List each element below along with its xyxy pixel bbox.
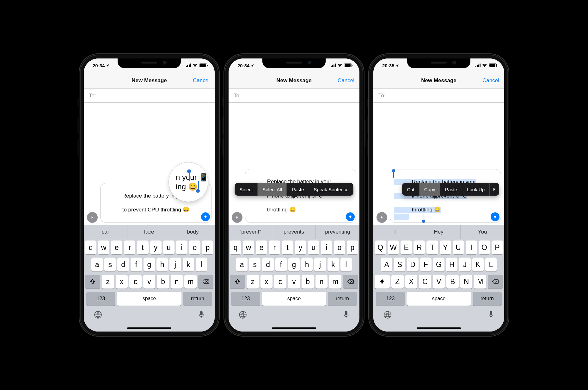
message-body[interactable]: Select Select All Paste Speak Sentence R… bbox=[229, 103, 359, 225]
key-q[interactable]: q bbox=[85, 241, 96, 254]
menu-paste[interactable]: Paste bbox=[440, 183, 462, 196]
key-d[interactable]: D bbox=[407, 258, 418, 271]
key-z[interactable]: z bbox=[247, 275, 259, 289]
key-y[interactable]: y bbox=[150, 241, 162, 254]
key-space[interactable]: space bbox=[407, 292, 471, 306]
globe-icon[interactable] bbox=[94, 311, 102, 320]
key-s[interactable]: s bbox=[104, 258, 116, 271]
key-v[interactable]: v bbox=[143, 275, 156, 289]
home-indicator[interactable] bbox=[417, 327, 461, 329]
key-space[interactable]: space bbox=[117, 292, 181, 306]
key-backspace[interactable] bbox=[488, 275, 503, 289]
key-b[interactable]: b bbox=[302, 275, 314, 289]
key-i[interactable]: i bbox=[176, 241, 187, 254]
key-i[interactable]: I bbox=[466, 241, 477, 254]
key-o[interactable]: o bbox=[189, 241, 200, 254]
mic-icon[interactable] bbox=[198, 311, 205, 320]
key-b[interactable]: B bbox=[446, 275, 459, 289]
key-l[interactable]: l bbox=[196, 258, 207, 271]
key-c[interactable]: c bbox=[129, 275, 142, 289]
key-a[interactable]: a bbox=[236, 258, 248, 271]
cancel-button[interactable]: Cancel bbox=[338, 77, 354, 84]
key-123[interactable]: 123 bbox=[376, 292, 405, 306]
key-k[interactable]: k bbox=[328, 258, 339, 271]
key-j[interactable]: j bbox=[314, 258, 326, 271]
key-x[interactable]: X bbox=[405, 275, 418, 289]
key-b[interactable]: b bbox=[157, 275, 169, 289]
key-r[interactable]: r bbox=[269, 241, 280, 254]
key-n[interactable]: n bbox=[171, 275, 183, 289]
prediction-1[interactable]: I bbox=[373, 225, 417, 239]
to-field[interactable]: To: bbox=[84, 89, 215, 103]
key-r[interactable]: r bbox=[124, 241, 135, 254]
prediction-2[interactable]: prevents bbox=[272, 225, 316, 239]
prediction-1[interactable]: car bbox=[84, 225, 127, 239]
key-r[interactable]: R bbox=[413, 241, 425, 254]
cancel-button[interactable]: Cancel bbox=[482, 77, 499, 84]
key-z[interactable]: Z bbox=[391, 275, 404, 289]
mic-icon[interactable] bbox=[343, 311, 349, 320]
to-field[interactable]: To: bbox=[229, 89, 359, 103]
key-backspace[interactable] bbox=[198, 275, 213, 289]
key-a[interactable]: A bbox=[381, 258, 392, 271]
message-body[interactable]: n your 📱 ing 😄 Replace the battery in yo… bbox=[84, 103, 215, 225]
key-t[interactable]: T bbox=[426, 241, 438, 254]
prediction-3[interactable]: You bbox=[461, 225, 504, 239]
globe-icon[interactable] bbox=[383, 311, 392, 320]
send-button[interactable] bbox=[346, 212, 355, 221]
key-h[interactable]: h bbox=[301, 258, 313, 271]
message-body[interactable]: Cut Copy Paste Look Up Replace the batte… bbox=[373, 103, 504, 225]
key-shift[interactable] bbox=[375, 275, 390, 289]
key-g[interactable]: g bbox=[288, 258, 300, 271]
prediction-2[interactable]: face bbox=[127, 225, 171, 239]
key-j[interactable]: J bbox=[459, 258, 470, 271]
apps-button[interactable] bbox=[87, 212, 98, 223]
key-m[interactable]: m bbox=[184, 275, 197, 289]
key-x[interactable]: x bbox=[260, 275, 273, 289]
send-button[interactable] bbox=[491, 212, 499, 221]
key-g[interactable]: g bbox=[144, 258, 155, 271]
key-u[interactable]: U bbox=[453, 241, 464, 254]
menu-select[interactable]: Select bbox=[235, 183, 258, 196]
key-x[interactable]: x bbox=[116, 275, 128, 289]
key-m[interactable]: m bbox=[329, 275, 341, 289]
selection-handle-end[interactable] bbox=[422, 220, 425, 223]
key-g[interactable]: G bbox=[433, 258, 444, 271]
key-y[interactable]: Y bbox=[440, 241, 451, 254]
text-input[interactable]: Replace the battery in your iPhone to pr… bbox=[245, 169, 356, 223]
apps-button[interactable] bbox=[232, 212, 242, 223]
key-w[interactable]: W bbox=[388, 241, 399, 254]
menu-select-all[interactable]: Select All bbox=[257, 183, 287, 196]
mic-icon[interactable] bbox=[488, 311, 494, 320]
key-123[interactable]: 123 bbox=[86, 292, 115, 306]
key-l[interactable]: L bbox=[485, 258, 497, 271]
menu-lookup[interactable]: Look Up bbox=[462, 183, 489, 196]
key-space[interactable]: space bbox=[262, 292, 326, 306]
key-shift[interactable] bbox=[85, 275, 100, 289]
key-m[interactable]: M bbox=[474, 275, 486, 289]
key-j[interactable]: j bbox=[169, 258, 181, 271]
key-f[interactable]: f bbox=[131, 258, 142, 271]
to-field[interactable]: To: bbox=[373, 89, 504, 103]
menu-paste[interactable]: Paste bbox=[287, 183, 309, 196]
menu-speak-sentence[interactable]: Speak Sentence bbox=[309, 183, 353, 196]
key-i[interactable]: i bbox=[321, 241, 332, 254]
key-o[interactable]: o bbox=[334, 241, 345, 254]
key-p[interactable]: P bbox=[492, 241, 503, 254]
key-t[interactable]: t bbox=[137, 241, 148, 254]
key-e[interactable]: E bbox=[401, 241, 412, 254]
key-e[interactable]: e bbox=[111, 241, 122, 254]
key-a[interactable]: a bbox=[91, 258, 103, 271]
key-q[interactable]: q bbox=[230, 241, 241, 254]
key-d[interactable]: d bbox=[262, 258, 273, 271]
home-indicator[interactable] bbox=[127, 327, 171, 329]
cancel-button[interactable]: Cancel bbox=[193, 77, 210, 84]
key-p[interactable]: p bbox=[202, 241, 213, 254]
key-q[interactable]: Q bbox=[375, 241, 386, 254]
send-button[interactable] bbox=[201, 212, 210, 221]
key-w[interactable]: w bbox=[98, 241, 109, 254]
key-return[interactable]: return bbox=[473, 292, 502, 306]
key-p[interactable]: p bbox=[347, 241, 358, 254]
key-s[interactable]: S bbox=[394, 258, 405, 271]
key-return[interactable]: return bbox=[328, 292, 357, 306]
